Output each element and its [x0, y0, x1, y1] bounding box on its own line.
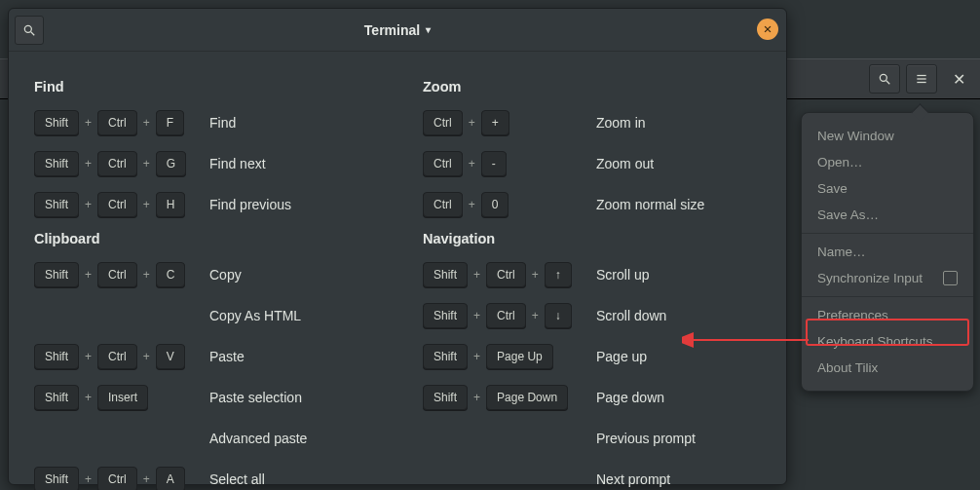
shortcut-row: Shift+Ctrl+VPaste	[34, 342, 378, 371]
key-cap: Page Up	[486, 344, 553, 369]
key-plus: +	[473, 350, 480, 363]
menu-item-label: Save	[817, 181, 848, 196]
key-plus: +	[143, 350, 150, 363]
shortcut-row: Ctrl++Zoom in	[423, 108, 767, 137]
key-cap: Shift	[34, 385, 79, 410]
shortcut-row: Shift+Ctrl+CCopy	[34, 260, 378, 289]
key-cap: Shift	[423, 262, 468, 287]
shortcuts-column-right: ZoomCtrl++Zoom inCtrl+-Zoom outCtrl+0Zoo…	[397, 69, 786, 490]
key-plus: +	[85, 116, 92, 130]
menu-item[interactable]: About Tilix	[802, 355, 973, 381]
shortcut-description: Copy As HTML	[209, 308, 301, 323]
key-cap: C	[156, 262, 186, 287]
key-plus: +	[143, 198, 150, 211]
key-plus: +	[85, 472, 92, 486]
key-cap: Ctrl	[97, 151, 137, 176]
shortcut-row: Next prompt	[423, 465, 767, 490]
key-plus: +	[143, 116, 150, 130]
key-cap: Page Down	[486, 385, 568, 410]
key-cap: Ctrl	[97, 110, 137, 135]
menu-checkbox[interactable]	[943, 271, 958, 285]
shortcut-description: Previous prompt	[596, 431, 696, 446]
key-cap: 0	[481, 192, 509, 217]
svg-line-1	[886, 81, 890, 85]
key-cap: Insert	[97, 385, 148, 410]
shortcut-description: Zoom normal size	[596, 197, 704, 212]
menu-item-label: Save As…	[817, 207, 879, 222]
key-cap: ↑	[545, 262, 572, 287]
shortcut-description: Paste selection	[209, 390, 302, 405]
key-cap: Shift	[34, 262, 79, 287]
svg-point-0	[880, 74, 886, 81]
shortcut-description: Zoom out	[596, 156, 654, 171]
shortcuts-dialog: Terminal ▾ FindShift+Ctrl+FFindShift+Ctr…	[8, 8, 787, 485]
menu-item[interactable]: Preferences	[802, 302, 973, 328]
key-plus: +	[532, 309, 539, 322]
key-cap: H	[156, 192, 186, 217]
section-title: Clipboard	[34, 231, 378, 246]
key-cap: Ctrl	[486, 262, 526, 287]
shortcut-row: Advanced paste	[34, 424, 378, 453]
shortcut-row: Shift+InsertPaste selection	[34, 383, 378, 412]
key-cap: Shift	[423, 385, 468, 410]
key-cap: ↓	[545, 303, 572, 328]
key-cap: Ctrl	[97, 344, 137, 369]
shortcut-description: Advanced paste	[209, 431, 307, 446]
menu-item-label: New Window	[817, 129, 894, 143]
section-title: Navigation	[423, 231, 767, 246]
key-cap: Ctrl	[423, 192, 463, 217]
key-cap: Ctrl	[97, 192, 137, 217]
shortcut-description: Select all	[209, 471, 265, 487]
menu-item[interactable]: New Window	[802, 123, 973, 149]
shortcuts-column-left: FindShift+Ctrl+FFindShift+Ctrl+GFind nex…	[9, 69, 397, 490]
hamburger-menu-popover: New WindowOpen…SaveSave As…Name…Synchron…	[801, 112, 974, 392]
header-search-button[interactable]	[869, 64, 900, 94]
shortcut-row: Shift+Page UpPage up	[423, 342, 767, 371]
shortcut-row: Copy As HTML	[34, 301, 378, 330]
menu-item[interactable]: Keyboard Shortcuts	[802, 328, 973, 355]
dialog-close-button[interactable]	[757, 19, 778, 40]
window-close-button[interactable]: ✕	[943, 64, 974, 94]
menu-item[interactable]: Save	[802, 175, 973, 202]
menu-item[interactable]: Open…	[802, 149, 973, 175]
menu-item[interactable]: Save As…	[802, 202, 973, 228]
key-cap: F	[156, 110, 184, 135]
menu-item-label: Keyboard Shortcuts	[817, 334, 933, 349]
section-title: Find	[34, 79, 378, 94]
key-plus: +	[469, 116, 475, 130]
key-cap: V	[156, 344, 185, 369]
key-cap: Shift	[34, 151, 79, 176]
shortcut-description: Page up	[596, 349, 647, 364]
key-cap: Shift	[423, 344, 468, 369]
key-cap: Ctrl	[97, 262, 137, 287]
key-cap: Shift	[34, 192, 79, 217]
shortcut-row: Ctrl+-Zoom out	[423, 149, 767, 178]
menu-separator	[802, 233, 973, 234]
key-plus: +	[532, 268, 539, 282]
key-plus: +	[469, 198, 475, 211]
dialog-search-button[interactable]	[15, 16, 44, 45]
key-cap: Ctrl	[486, 303, 526, 328]
key-cap: A	[156, 467, 185, 490]
shortcut-description: Scroll down	[596, 308, 666, 323]
menu-item-label: Preferences	[817, 308, 888, 322]
shortcut-description: Find	[209, 115, 236, 131]
svg-point-5	[24, 25, 31, 32]
shortcut-row: Shift+Ctrl+↑Scroll up	[423, 260, 767, 289]
key-plus: +	[469, 157, 475, 170]
dialog-title-dropdown[interactable]: Terminal ▾	[364, 22, 431, 38]
key-cap: Shift	[423, 303, 468, 328]
chevron-down-icon: ▾	[426, 24, 431, 35]
key-plus: +	[85, 350, 92, 363]
key-cap: G	[156, 151, 186, 176]
shortcut-description: Paste	[209, 349, 245, 364]
menu-item[interactable]: Name…	[802, 239, 973, 265]
hamburger-menu-button[interactable]	[906, 64, 937, 94]
svg-line-6	[31, 32, 35, 36]
shortcut-description: Scroll up	[596, 267, 649, 283]
shortcut-row: Shift+Ctrl+GFind next	[34, 149, 378, 178]
menu-item-label: About Tilix	[817, 360, 878, 375]
shortcut-row: Shift+Ctrl+FFind	[34, 108, 378, 137]
menu-item[interactable]: Synchronize Input	[802, 265, 973, 291]
key-plus: +	[85, 268, 92, 282]
